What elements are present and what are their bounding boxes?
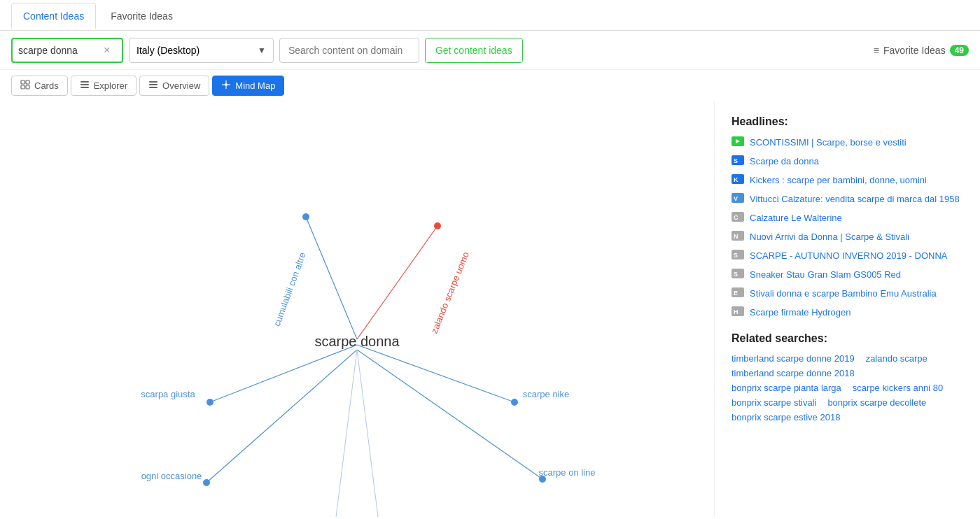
tab-explorer[interactable]: Explorer xyxy=(71,76,136,96)
headline-icon: S xyxy=(732,250,744,262)
svg-rect-4 xyxy=(80,81,89,83)
svg-line-18 xyxy=(357,226,438,339)
location-dropdown[interactable]: Italy (Desktop) Italy (Mobile) United St… xyxy=(136,45,252,56)
mind-map-center-label: scarpe donna xyxy=(314,334,400,349)
svg-point-25 xyxy=(511,399,518,406)
svg-rect-8 xyxy=(149,84,158,85)
headline-label: SCONTISSIMI | Scarpe, borse e vestiti xyxy=(750,137,906,148)
overview-tab-label: Overview xyxy=(162,80,200,91)
svg-rect-5 xyxy=(80,84,89,85)
svg-line-15 xyxy=(306,217,357,339)
explorer-tab-label: Explorer xyxy=(94,80,127,91)
svg-line-24 xyxy=(357,345,514,402)
cards-tab-label: Cards xyxy=(34,80,59,91)
view-tabs-bar: Cards Explorer Overview xyxy=(0,70,980,101)
headline-label: Vittucci Calzature: vendita scarpe di ma… xyxy=(750,194,960,204)
tab-bar: Content Ideas Favorite Ideas xyxy=(0,0,980,31)
svg-rect-9 xyxy=(149,87,158,88)
svg-text:zalando scarpe uomo: zalando scarpe uomo xyxy=(429,250,471,335)
location-selector[interactable]: Italy (Desktop) Italy (Mobile) United St… xyxy=(129,38,274,63)
svg-text:K: K xyxy=(734,176,738,183)
related-link[interactable]: timberland scarpe donne 2018 xyxy=(732,368,855,378)
svg-point-19 xyxy=(434,222,441,229)
main-content: scarpe donna cumulabili con altre zaland… xyxy=(0,101,980,517)
headlines-list: SCONTISSIMI | Scarpe, borse e vestiti S … xyxy=(732,136,963,318)
related-link[interactable]: bonprix scarpe stivali xyxy=(732,397,816,408)
svg-text:scarpe nike: scarpe nike xyxy=(523,389,569,399)
related-searches-title: Related searches: xyxy=(732,332,963,345)
mind-map-icon xyxy=(221,80,231,92)
headline-label: Nuovi Arrivi da Donna | Scarpe & Stivali xyxy=(750,232,909,242)
headline-icon: H xyxy=(732,306,744,318)
related-link[interactable]: timberland scarpe donne 2019 xyxy=(732,353,855,364)
svg-text:ogni occasione: ogni occasione xyxy=(141,471,202,481)
keyword-search-input[interactable] xyxy=(18,45,102,56)
related-link[interactable]: bonprix scarpe pianta larga xyxy=(732,383,841,393)
svg-rect-0 xyxy=(21,80,24,84)
headline-label: Kickers : scarpe per bambini, donne, uom… xyxy=(750,175,927,185)
headline-label: Sneaker Stau Gran Slam GS005 Red xyxy=(750,269,901,280)
svg-line-30 xyxy=(357,350,542,479)
list-icon: ≡ xyxy=(874,45,879,56)
headline-item[interactable]: C Calzature Le Walterine xyxy=(732,212,963,224)
mind-map-tab-label: Mind Map xyxy=(235,80,275,91)
headline-item[interactable]: S Sneaker Stau Gran Slam GS005 Red xyxy=(732,269,963,280)
svg-text:S: S xyxy=(734,157,738,164)
svg-point-28 xyxy=(203,479,210,486)
tab-overview[interactable]: Overview xyxy=(139,76,209,96)
keyword-search-wrapper: × xyxy=(11,38,123,63)
headline-icon: S xyxy=(732,269,744,280)
headline-item[interactable]: N Nuovi Arrivi da Donna | Scarpe & Stiva… xyxy=(732,231,963,243)
svg-rect-1 xyxy=(26,80,29,84)
related-link[interactable]: bonprix scarpe decollete xyxy=(827,397,926,408)
related-link[interactable]: bonprix scarpe estive 2018 xyxy=(732,412,840,422)
clear-search-button[interactable]: × xyxy=(102,44,111,57)
headlines-title: Headlines: xyxy=(732,115,963,128)
headline-icon: V xyxy=(732,193,744,205)
headline-item[interactable]: H Scarpe firmate Hydrogen xyxy=(732,306,963,318)
svg-line-34 xyxy=(357,350,378,517)
svg-text:H: H xyxy=(734,308,738,315)
headline-item[interactable]: S Scarpe da donna xyxy=(732,155,963,167)
svg-point-22 xyxy=(206,399,214,406)
related-link[interactable]: zalando scarpe xyxy=(866,353,927,364)
svg-text:E: E xyxy=(734,290,738,297)
headline-item[interactable]: K Kickers : scarpe per bambini, donne, u… xyxy=(732,174,963,186)
favorite-ideas-label: Favorite Ideas xyxy=(883,45,946,56)
svg-rect-3 xyxy=(26,85,29,89)
headline-label: Scarpe da donna xyxy=(750,156,819,166)
get-content-ideas-button[interactable]: Get content ideas xyxy=(425,38,523,63)
headline-item[interactable]: V Vittucci Calzature: vendita scarpe di … xyxy=(732,193,963,205)
headline-icon: C xyxy=(732,212,744,224)
headline-item[interactable]: S SCARPE - AUTUNNO INVERNO 2019 - DONNA xyxy=(732,250,963,262)
svg-text:N: N xyxy=(734,233,738,240)
headline-icon: S xyxy=(732,155,744,167)
headline-icon: E xyxy=(732,287,744,299)
overview-icon xyxy=(148,80,158,92)
headline-item[interactable]: E Stivali donna e scarpe Bambino Emu Aus… xyxy=(732,287,963,299)
domain-search-input[interactable] xyxy=(279,38,419,63)
headline-label: SCARPE - AUTUNNO INVERNO 2019 - DONNA xyxy=(750,250,947,261)
related-searches-section: Related searches: timberland scarpe donn… xyxy=(732,332,963,422)
svg-line-21 xyxy=(210,345,357,402)
headline-icon xyxy=(732,136,744,148)
headline-label: Calzature Le Walterine xyxy=(750,213,842,223)
tab-cards[interactable]: Cards xyxy=(11,76,68,96)
tab-favorite-ideas[interactable]: Favorite Ideas xyxy=(99,3,185,29)
tab-content-ideas[interactable]: Content Ideas xyxy=(11,3,96,29)
cards-icon xyxy=(20,80,30,92)
tab-mind-map[interactable]: Mind Map xyxy=(212,76,284,96)
svg-text:V: V xyxy=(734,195,738,202)
headline-icon: N xyxy=(732,231,744,243)
favorite-ideas-nav[interactable]: ≡ Favorite Ideas 49 xyxy=(874,45,969,56)
headline-icon: K xyxy=(732,174,744,186)
svg-text:S: S xyxy=(734,271,738,278)
svg-point-10 xyxy=(225,83,227,86)
related-link[interactable]: scarpe kickers anni 80 xyxy=(853,383,943,393)
favorite-count-badge: 49 xyxy=(950,45,969,56)
explorer-icon xyxy=(80,80,90,92)
svg-line-33 xyxy=(336,350,357,517)
svg-rect-6 xyxy=(80,87,89,88)
headline-item[interactable]: SCONTISSIMI | Scarpe, borse e vestiti xyxy=(732,136,963,148)
mind-map-area[interactable]: scarpe donna cumulabili con altre zaland… xyxy=(0,101,714,517)
